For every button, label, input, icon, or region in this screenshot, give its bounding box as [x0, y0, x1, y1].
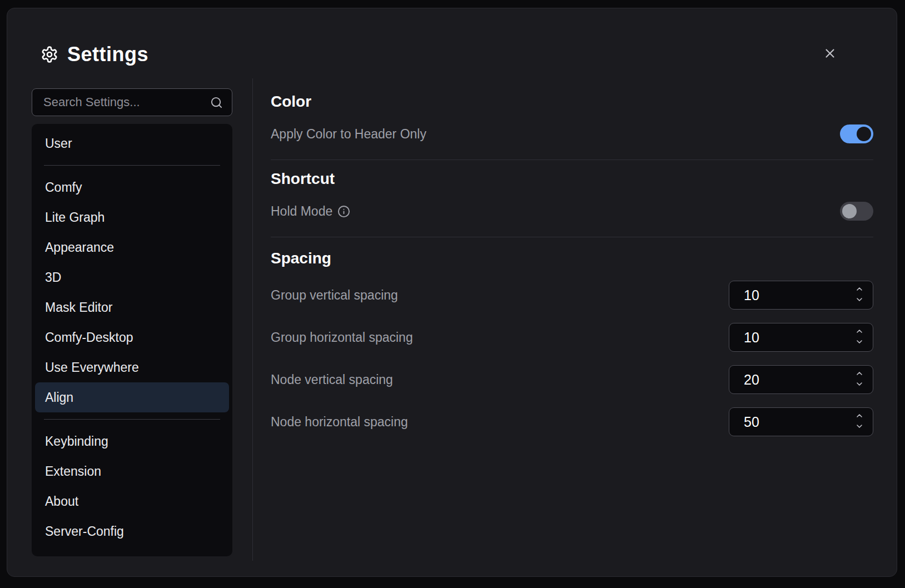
sidebar-item-align[interactable]: Align	[35, 382, 229, 412]
sidebar-item-use-everywhere[interactable]: Use Everywhere	[35, 352, 229, 382]
setting-row-node-horizontal-spacing: Node horizontal spacing	[271, 407, 873, 436]
setting-label: Group vertical spacing	[271, 288, 398, 303]
node-horizontal-spacing-input	[729, 407, 873, 436]
sidebar-item-server-config[interactable]: Server-Config	[35, 516, 229, 546]
settings-sidebar: User Comfy Lite Graph Appearance 3D Mask…	[32, 88, 232, 556]
chevron-down-icon	[854, 422, 865, 432]
chevron-down-icon	[854, 337, 865, 348]
settings-panel: Color Apply Color to Header Only Shortcu…	[271, 86, 873, 436]
setting-label-text: Node vertical spacing	[271, 372, 393, 387]
chevron-down-icon	[854, 380, 865, 390]
setting-label-text: Hold Mode	[271, 204, 332, 219]
toggle-knob	[857, 127, 871, 141]
close-button[interactable]	[818, 42, 842, 66]
node-vertical-spacing-input	[729, 365, 873, 394]
search-input[interactable]	[42, 94, 210, 110]
decrement-button[interactable]	[853, 423, 866, 432]
setting-label-text: Group horizontal spacing	[271, 330, 413, 345]
setting-row-group-vertical-spacing: Group vertical spacing	[271, 281, 873, 310]
sidebar-divider	[44, 419, 220, 420]
sidebar-item-keybinding[interactable]: Keybinding	[35, 426, 229, 456]
settings-category-list: User Comfy Lite Graph Appearance 3D Mask…	[32, 124, 232, 556]
sidebar-item-comfy-desktop[interactable]: Comfy-Desktop	[35, 322, 229, 352]
setting-label: Hold Mode	[271, 204, 350, 219]
setting-row-hold-mode: Hold Mode	[271, 192, 873, 230]
chevron-up-icon	[854, 411, 865, 422]
setting-row-group-horizontal-spacing: Group horizontal spacing	[271, 323, 873, 352]
increment-button[interactable]	[853, 286, 866, 295]
stepper	[853, 328, 866, 347]
increment-button[interactable]	[853, 328, 866, 337]
sidebar-item-extension[interactable]: Extension	[35, 456, 229, 486]
sidebar-item-3d[interactable]: 3D	[35, 262, 229, 292]
setting-label-text: Node horizontal spacing	[271, 415, 408, 430]
group-horizontal-spacing-input	[729, 323, 873, 352]
apply-color-to-header-only-toggle[interactable]	[840, 124, 873, 143]
settings-dialog: Settings User Comfy Lite Graph Appearanc…	[7, 8, 897, 577]
dialog-title: Settings	[67, 43, 148, 66]
chevron-up-icon	[854, 285, 865, 295]
number-field[interactable]	[743, 371, 853, 388]
setting-label-text: Apply Color to Header Only	[271, 127, 426, 142]
section-color: Color Apply Color to Header Only	[271, 93, 873, 153]
setting-label: Group horizontal spacing	[271, 330, 413, 345]
increment-button[interactable]	[853, 412, 866, 421]
setting-row-node-vertical-spacing: Node vertical spacing	[271, 365, 873, 394]
dialog-header: Settings	[41, 43, 148, 66]
toggle-knob	[842, 204, 857, 218]
sidebar-item-lite-graph[interactable]: Lite Graph	[35, 202, 229, 232]
search-icon	[210, 96, 223, 109]
sidebar-item-mask-editor[interactable]: Mask Editor	[35, 292, 229, 322]
sidebar-item-user[interactable]: User	[35, 128, 229, 158]
sidebar-item-appearance[interactable]: Appearance	[35, 232, 229, 262]
section-spacing: Spacing Group vertical spacing	[271, 250, 873, 436]
chevron-down-icon	[854, 295, 865, 306]
setting-label: Node horizontal spacing	[271, 415, 408, 430]
sidebar-item-about[interactable]: About	[35, 486, 229, 516]
hold-mode-toggle[interactable]	[840, 202, 873, 221]
setting-row-apply-color-to-header-only: Apply Color to Header Only	[271, 115, 873, 153]
number-field[interactable]	[743, 413, 853, 431]
setting-label: Node vertical spacing	[271, 372, 393, 387]
setting-label: Apply Color to Header Only	[271, 127, 426, 142]
number-field[interactable]	[743, 329, 853, 346]
sidebar-divider	[44, 165, 220, 166]
gear-icon	[41, 46, 58, 63]
sidebar-item-comfy[interactable]: Comfy	[35, 172, 229, 202]
section-title-color: Color	[271, 93, 873, 111]
decrement-button[interactable]	[853, 381, 866, 390]
section-shortcut: Shortcut Hold Mode	[271, 170, 873, 230]
stepper	[853, 370, 866, 390]
setting-label-text: Group vertical spacing	[271, 288, 398, 303]
section-divider	[271, 160, 873, 160]
section-title-spacing: Spacing	[271, 250, 873, 267]
decrement-button[interactable]	[853, 338, 866, 347]
stepper	[853, 286, 866, 305]
sidebar-content-divider	[252, 78, 253, 561]
stepper	[853, 412, 866, 432]
section-title-shortcut: Shortcut	[271, 170, 873, 188]
search-box	[32, 88, 232, 116]
decrement-button[interactable]	[853, 296, 866, 305]
increment-button[interactable]	[853, 370, 866, 379]
chevron-up-icon	[854, 327, 865, 337]
group-vertical-spacing-input	[729, 281, 873, 310]
chevron-up-icon	[854, 369, 865, 380]
section-divider	[271, 237, 873, 237]
info-icon[interactable]	[337, 205, 350, 218]
close-icon	[823, 46, 837, 62]
number-field[interactable]	[743, 287, 853, 304]
